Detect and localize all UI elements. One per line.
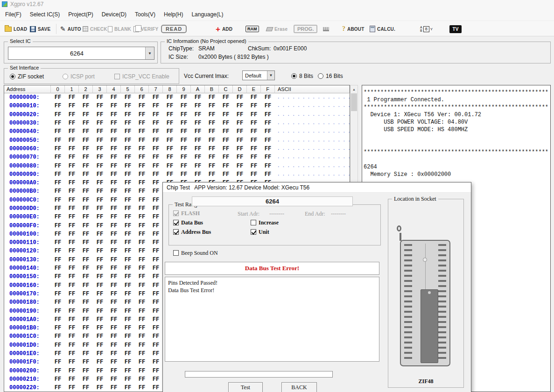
hex-byte-cell[interactable]: FF <box>107 94 121 101</box>
hex-byte-cell[interactable]: FF <box>65 291 79 297</box>
hex-byte-cell[interactable]: FF <box>233 137 247 144</box>
hex-byte-cell[interactable]: FF <box>79 180 93 186</box>
hex-byte-cell[interactable]: FF <box>261 146 275 152</box>
hex-byte-cell[interactable]: FF <box>51 376 65 383</box>
hex-byte-cell[interactable]: FF <box>93 265 107 272</box>
hex-byte-cell[interactable]: FF <box>247 163 261 169</box>
hex-byte-cell[interactable]: FF <box>79 223 93 229</box>
hex-byte-cell[interactable]: FF <box>121 231 135 238</box>
hex-byte-cell[interactable]: FF <box>121 291 135 297</box>
hex-byte-cell[interactable]: FF <box>219 171 233 178</box>
hex-byte-cell[interactable]: FF <box>65 308 79 315</box>
hex-byte-cell[interactable]: FF <box>135 265 149 272</box>
hex-byte-cell[interactable]: FF <box>65 180 79 186</box>
hex-byte-cell[interactable]: FF <box>121 137 135 144</box>
hex-byte-cell[interactable]: FF <box>121 214 135 220</box>
hex-byte-cell[interactable]: FF <box>135 128 149 135</box>
hex-byte-cell[interactable]: FF <box>205 137 219 144</box>
scroll-up-button[interactable]: ▲ <box>351 85 358 93</box>
hex-byte-cell[interactable]: FF <box>93 291 107 297</box>
hex-byte-cell[interactable]: FF <box>233 171 247 178</box>
hex-byte-cell[interactable]: FF <box>79 214 93 220</box>
hex-byte-cell[interactable]: FF <box>121 128 135 135</box>
hex-byte-cell[interactable]: FF <box>107 154 121 161</box>
hex-byte-cell[interactable]: FF <box>261 171 275 178</box>
hex-byte-cell[interactable]: FF <box>107 103 121 109</box>
hex-byte-cell[interactable]: FF <box>177 128 191 135</box>
hex-byte-cell[interactable]: FF <box>149 223 163 229</box>
hex-byte-cell[interactable]: FF <box>149 214 163 220</box>
hex-byte-cell[interactable]: FF <box>121 120 135 126</box>
hex-byte-cell[interactable]: FF <box>177 154 191 161</box>
select-ic-dropdown-button[interactable]: ▼ <box>145 47 154 59</box>
add-button[interactable]: + ADD <box>216 23 232 35</box>
hex-byte-cell[interactable]: FF <box>107 333 121 340</box>
hex-byte-cell[interactable]: FF <box>247 154 261 161</box>
hex-byte-cell[interactable]: FF <box>177 103 191 109</box>
hex-byte-cell[interactable]: FF <box>177 137 191 144</box>
beep-sound-checkbox[interactable]: Beep Sound ON <box>173 250 218 256</box>
hex-byte-cell[interactable]: FF <box>135 137 149 144</box>
hex-byte-cell[interactable]: FF <box>163 94 177 101</box>
vcc-dropdown-button[interactable]: ▼ <box>267 71 274 80</box>
hex-byte-cell[interactable]: FF <box>149 112 163 118</box>
hex-byte-cell[interactable]: FF <box>93 94 107 101</box>
hex-byte-cell[interactable]: FF <box>79 359 93 365</box>
hex-byte-cell[interactable]: FF <box>51 342 65 349</box>
hex-byte-cell[interactable]: FF <box>107 299 121 306</box>
hex-byte-cell[interactable]: FF <box>65 376 79 383</box>
chip-tool-button[interactable] <box>323 23 329 35</box>
hex-byte-cell[interactable]: FF <box>93 188 107 195</box>
hex-byte-cell[interactable]: FF <box>135 214 149 220</box>
hex-byte-cell[interactable]: FF <box>163 171 177 178</box>
hex-byte-cell[interactable]: FF <box>51 359 65 365</box>
hex-byte-cell[interactable]: FF <box>135 359 149 365</box>
hex-byte-cell[interactable]: FF <box>79 188 93 195</box>
hex-byte-cell[interactable]: FF <box>79 154 93 161</box>
hex-byte-cell[interactable]: FF <box>121 94 135 101</box>
hex-byte-cell[interactable]: FF <box>79 282 93 289</box>
hex-byte-cell[interactable]: FF <box>135 273 149 280</box>
hex-byte-cell[interactable]: FF <box>261 94 275 101</box>
tv-mode-button[interactable]: TV <box>449 23 462 35</box>
hex-byte-cell[interactable]: FF <box>135 205 149 212</box>
hex-byte-cell[interactable]: FF <box>149 273 163 280</box>
hex-byte-cell[interactable]: FF <box>65 154 79 161</box>
hex-byte-cell[interactable]: FF <box>149 197 163 203</box>
hex-byte-cell[interactable]: FF <box>121 316 135 323</box>
hex-byte-cell[interactable]: FF <box>51 291 65 297</box>
hex-byte-cell[interactable]: FF <box>65 385 79 391</box>
read-button[interactable]: READ <box>161 23 187 35</box>
hex-byte-cell[interactable]: FF <box>107 342 121 349</box>
hex-byte-cell[interactable]: FF <box>51 197 65 203</box>
hex-byte-cell[interactable]: FF <box>191 137 205 144</box>
hex-byte-cell[interactable]: FF <box>65 333 79 340</box>
hex-byte-cell[interactable]: FF <box>205 112 219 118</box>
hex-byte-cell[interactable]: FF <box>107 112 121 118</box>
hex-byte-cell[interactable]: FF <box>93 385 107 391</box>
hex-byte-cell[interactable]: FF <box>149 291 163 297</box>
hex-byte-cell[interactable]: FF <box>65 368 79 374</box>
hex-byte-cell[interactable]: FF <box>51 350 65 357</box>
hex-byte-cell[interactable]: FF <box>65 359 79 365</box>
address-bus-checkbox[interactable]: Address Bus <box>173 229 211 235</box>
hex-byte-cell[interactable]: FF <box>191 120 205 126</box>
hex-byte-cell[interactable]: FF <box>149 359 163 365</box>
hex-byte-cell[interactable]: FF <box>163 128 177 135</box>
hex-byte-cell[interactable]: FF <box>121 308 135 315</box>
hex-byte-cell[interactable]: FF <box>79 171 93 178</box>
hex-byte-cell[interactable]: FF <box>219 128 233 135</box>
hex-byte-cell[interactable]: FF <box>149 308 163 315</box>
hex-byte-cell[interactable]: FF <box>191 163 205 169</box>
hex-byte-cell[interactable]: FF <box>79 257 93 263</box>
hex-byte-cell[interactable]: FF <box>149 368 163 374</box>
hex-byte-cell[interactable]: FF <box>51 112 65 118</box>
hex-byte-cell[interactable]: FF <box>121 350 135 357</box>
hex-byte-cell[interactable]: FF <box>121 146 135 152</box>
hex-byte-cell[interactable]: FF <box>93 273 107 280</box>
hex-byte-cell[interactable]: FF <box>149 180 163 186</box>
hex-byte-cell[interactable]: FF <box>135 197 149 203</box>
hex-byte-cell[interactable]: FF <box>79 333 93 340</box>
hex-byte-cell[interactable]: FF <box>93 248 107 254</box>
hex-byte-cell[interactable]: FF <box>93 342 107 349</box>
